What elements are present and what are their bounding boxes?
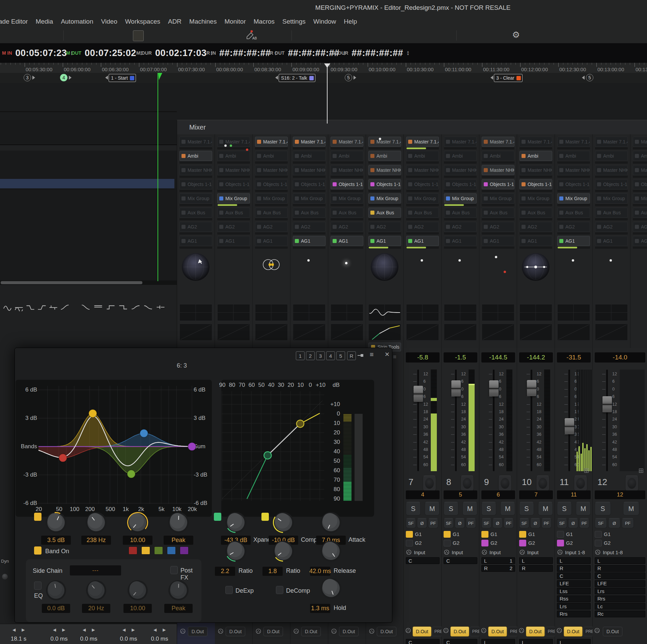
input-routing-field[interactable]: C: [595, 572, 645, 579]
bus-assign-mix-group[interactable]: Mix Group: [368, 193, 401, 204]
bus-assign-ag1[interactable]: AG1: [557, 236, 590, 246]
nudge-arrows-4[interactable]: ◀▶: [122, 627, 135, 632]
panner-sphere[interactable]: [371, 253, 398, 281]
bus-assign-master-7-1-4[interactable]: Master 7.1.4: [293, 137, 326, 147]
g1-checkbox[interactable]: [557, 531, 564, 538]
bus-assign-ambi[interactable]: Ambi: [444, 151, 477, 161]
solo-button[interactable]: S: [595, 502, 611, 515]
post-fx-checkbox[interactable]: [170, 566, 178, 574]
strip-dyn-mini[interactable]: [331, 324, 363, 341]
bus-assign-ag2[interactable]: AG2: [179, 222, 212, 232]
auto-write-pencil-icon[interactable]: AB: [244, 30, 259, 41]
menu-hamburger-icon[interactable]: ≡: [370, 351, 374, 358]
panner-sphere[interactable]: [182, 253, 209, 281]
fader-track[interactable]: [417, 370, 419, 471]
knob-value[interactable]: 1.8: [262, 567, 283, 576]
bus-assign-aux-bus[interactable]: Aux Bus: [406, 208, 439, 218]
input-routing-field[interactable]: C: [406, 557, 440, 564]
bus-assign-ag2[interactable]: AG2: [255, 222, 288, 232]
zoom-out-icon[interactable]: [107, 30, 117, 41]
g2-checkbox[interactable]: [595, 540, 602, 546]
bus-assign-master-7-1-4[interactable]: Master 7.1.4: [255, 137, 288, 147]
bus-assign-aux-bus[interactable]: Aux Bus: [217, 208, 250, 218]
sc-eq-checkbox[interactable]: [34, 582, 41, 590]
bus-assign-ag1[interactable]: AG1: [444, 236, 477, 246]
bus-assign-mix-group[interactable]: Mix Group: [217, 193, 250, 204]
knob-value[interactable]: Peak: [164, 536, 193, 545]
channel-bus-number[interactable]: 6: [481, 490, 515, 499]
horizontal-scrollbar[interactable]: [0, 280, 177, 285]
band-on-checkbox[interactable]: [34, 546, 41, 555]
nudge-left-icon[interactable]: ◀: [53, 627, 56, 632]
bus-assign-master-nhk[interactable]: Master NHK: [595, 165, 628, 175]
bus-assign-master-nhk[interactable]: Master NHK: [482, 165, 514, 175]
bus-assign-aux-bus[interactable]: Aux Bus: [444, 208, 477, 218]
bus-assign-objects-1-16[interactable]: Objects 1-16: [255, 179, 288, 189]
output-routing-field[interactable]: C: [444, 639, 477, 644]
strip-dyn-mini[interactable]: [557, 324, 590, 341]
menu-item-ade-editor[interactable]: ade Editor: [0, 18, 28, 25]
timecode-value[interactable]: 00:05:07:23: [16, 48, 67, 58]
bus-assign-ambi[interactable]: Ambi: [368, 151, 401, 161]
eq-curve-graph[interactable]: 6 dB3 dBBands-3 dB-6 dB6 dB3 dBSum-3 dB-…: [16, 380, 212, 517]
phase-button[interactable]: Ø: [455, 518, 465, 528]
input-routing-field[interactable]: Lc: [595, 603, 645, 610]
pf-button[interactable]: PF: [622, 518, 634, 528]
input-routing-field[interactable]: R: [557, 565, 591, 572]
strip-eq-mini[interactable]: [293, 304, 326, 321]
input-routing-field[interactable]: R2: [481, 565, 515, 572]
pf-button[interactable]: PF: [579, 518, 589, 528]
bus-assign-ag1[interactable]: AG1: [331, 236, 363, 246]
bus-assign-mix-group[interactable]: Mix Group: [557, 193, 590, 204]
output-routing-field[interactable]: L: [481, 639, 515, 644]
fader-cap[interactable]: [451, 380, 461, 397]
pin-icon[interactable]: [358, 353, 364, 358]
solo-button[interactable]: S: [557, 502, 572, 515]
bus-assign-mix-group[interactable]: Mix Group: [255, 193, 288, 204]
band-color-swatch-3[interactable]: [154, 546, 163, 555]
fader-cap[interactable]: [527, 380, 536, 396]
side-chain-knob-3[interactable]: [127, 580, 148, 601]
mixer-icon[interactable]: [133, 30, 144, 41]
bus-assign-objects-1-16[interactable]: Objects 1-16: [633, 179, 647, 189]
bus-assign-ag2[interactable]: AG2: [519, 222, 552, 232]
fader-value[interactable]: -144.5: [481, 352, 515, 363]
channel-pan-knob[interactable]: [574, 476, 587, 491]
input-routing-field[interactable]: LFE: [595, 580, 645, 587]
fader-cap[interactable]: [565, 418, 574, 434]
knob-value[interactable]: 238 Hz: [81, 536, 111, 545]
close-icon[interactable]: ✕: [385, 351, 390, 358]
bus-assign-master-nhk[interactable]: Master NHK: [444, 165, 477, 175]
hold-knob[interactable]: [320, 578, 342, 599]
sf-button[interactable]: SF: [557, 518, 567, 528]
marker-flag[interactable]: 3 - Clear: [494, 74, 523, 82]
knob-check-5[interactable]: [214, 513, 221, 521]
pf-button[interactable]: PF: [504, 518, 514, 528]
bus-assign-ag1[interactable]: AG1: [217, 236, 250, 246]
band-color-swatch-5[interactable]: [180, 546, 189, 555]
marker-circle[interactable]: 4: [60, 74, 67, 81]
band-color-swatch-4[interactable]: [167, 546, 176, 555]
input-routing-field[interactable]: L1: [481, 557, 515, 564]
strip-eq-mini[interactable]: [595, 304, 628, 321]
envelope-tool-icon-2[interactable]: [14, 302, 24, 313]
bus-assign-ag2[interactable]: AG2: [331, 222, 363, 232]
speaker-icon[interactable]: [389, 30, 399, 41]
input-routing-field[interactable]: Rc: [595, 611, 645, 617]
headphones-icon[interactable]: [146, 30, 157, 41]
bus-assign-ambi[interactable]: Ambi: [293, 151, 326, 161]
phase-button[interactable]: Ø: [568, 518, 578, 528]
timecode-value[interactable]: ##:##:##:##: [351, 48, 403, 58]
marker-arrow-left-icon[interactable]: [490, 76, 493, 80]
bus-assign-aux-bus[interactable]: Aux Bus: [255, 208, 288, 218]
ratio-knob-2[interactable]: [273, 540, 294, 562]
input-routing-field[interactable]: Lss: [557, 588, 591, 594]
g1-checkbox[interactable]: [444, 531, 451, 538]
g1-checkbox[interactable]: [406, 531, 413, 538]
marker-flag[interactable]: 1 - Start: [109, 74, 136, 82]
direct-out-button[interactable]: D.Out: [488, 626, 507, 637]
phase-button[interactable]: Ø: [493, 518, 503, 528]
bus-assign-mix-group[interactable]: Mix Group: [331, 193, 363, 204]
marker-circle[interactable]: 5: [586, 74, 593, 81]
sf-button[interactable]: SF: [406, 518, 416, 528]
